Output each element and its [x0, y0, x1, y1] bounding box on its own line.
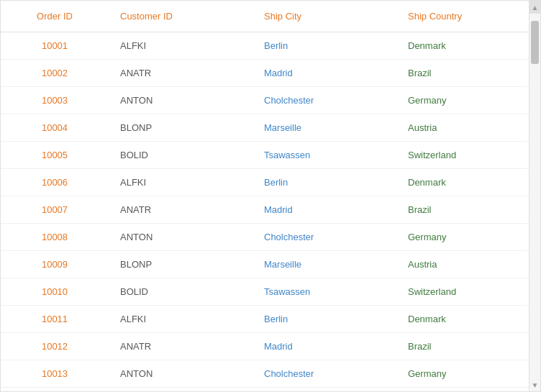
cell-ship-country: Denmark: [396, 169, 529, 196]
cell-order-id: 10011: [1, 306, 109, 333]
cell-ship-city: Berlin: [253, 306, 396, 333]
cell-customer-id: ANTON: [109, 360, 253, 388]
cell-order-id: 10008: [1, 224, 109, 251]
scroll-track[interactable]: [529, 14, 540, 378]
table-row: 10005BOLIDTsawassenSwitzerland: [1, 142, 529, 169]
table-row: 10011ALFKIBerlinDenmark: [1, 306, 529, 333]
cell-ship-city: Cholchester: [253, 87, 396, 114]
table-row: 10008ANTONCholchesterGermany: [1, 224, 529, 251]
cell-ship-city: Madrid: [253, 60, 396, 87]
cell-customer-id: BLONP: [109, 251, 253, 278]
cell-order-id: 10001: [1, 32, 109, 60]
table-row: 10001ALFKIBerlinDenmark: [1, 32, 529, 60]
table-row: 10004BLONPMarseilleAustria: [1, 114, 529, 142]
cell-ship-country: Denmark: [396, 306, 529, 333]
cell-ship-city: Marseille: [253, 114, 396, 142]
cell-ship-city: Cholchester: [253, 360, 396, 388]
cell-ship-city: Berlin: [253, 32, 396, 60]
cell-customer-id: ANTON: [109, 87, 253, 114]
cell-customer-id: ANATR: [109, 60, 253, 87]
column-header-order-id[interactable]: Order ID: [1, 1, 109, 32]
column-header-customer-id[interactable]: Customer ID: [109, 1, 253, 32]
cell-ship-country: Germany: [396, 360, 529, 388]
cell-order-id: 10003: [1, 87, 109, 114]
cell-ship-country: Switzerland: [396, 142, 529, 169]
cell-customer-id: ANTON: [109, 224, 253, 251]
cell-ship-country: Brazil: [396, 333, 529, 360]
scroll-thumb[interactable]: [531, 21, 539, 64]
table-header: Order ID Customer ID Ship City Ship Coun…: [1, 1, 529, 32]
table-container: Order ID Customer ID Ship City Ship Coun…: [0, 0, 541, 392]
cell-order-id: 10010: [1, 278, 109, 306]
cell-ship-city: Tsawassen: [253, 278, 396, 306]
table-body: 10001ALFKIBerlinDenmark10002ANATRMadridB…: [1, 32, 529, 388]
table-row: 10010BOLIDTsawassenSwitzerland: [1, 278, 529, 306]
data-table: Order ID Customer ID Ship City Ship Coun…: [1, 1, 529, 388]
cell-customer-id: ALFKI: [109, 306, 253, 333]
cell-ship-city: Madrid: [253, 333, 396, 360]
cell-customer-id: BOLID: [109, 278, 253, 306]
cell-order-id: 10013: [1, 360, 109, 388]
cell-ship-country: Germany: [396, 224, 529, 251]
cell-order-id: 10009: [1, 251, 109, 278]
table-row: 10007ANATRMadridBrazil: [1, 196, 529, 224]
cell-customer-id: ANATR: [109, 333, 253, 360]
table-row: 10009BLONPMarseilleAustria: [1, 251, 529, 278]
cell-customer-id: ALFKI: [109, 169, 253, 196]
column-header-ship-country[interactable]: Ship Country: [396, 1, 529, 32]
cell-ship-city: Cholchester: [253, 224, 396, 251]
cell-ship-city: Madrid: [253, 196, 396, 224]
cell-ship-country: Denmark: [396, 32, 529, 60]
cell-customer-id: BLONP: [109, 114, 253, 142]
cell-ship-city: Tsawassen: [253, 142, 396, 169]
table-row: 10013ANTONCholchesterGermany: [1, 360, 529, 388]
table-row: 10012ANATRMadridBrazil: [1, 333, 529, 360]
table-row: 10002ANATRMadridBrazil: [1, 60, 529, 87]
cell-ship-city: Berlin: [253, 169, 396, 196]
cell-order-id: 10002: [1, 60, 109, 87]
scrollbar[interactable]: ▲ ▼: [529, 1, 540, 391]
cell-ship-country: Switzerland: [396, 278, 529, 306]
cell-customer-id: BOLID: [109, 142, 253, 169]
scroll-up-button[interactable]: ▲: [529, 1, 541, 14]
cell-order-id: 10006: [1, 169, 109, 196]
cell-order-id: 10004: [1, 114, 109, 142]
cell-ship-city: Marseille: [253, 251, 396, 278]
cell-order-id: 10012: [1, 333, 109, 360]
cell-order-id: 10005: [1, 142, 109, 169]
cell-ship-country: Germany: [396, 87, 529, 114]
cell-customer-id: ALFKI: [109, 32, 253, 60]
cell-ship-country: Brazil: [396, 196, 529, 224]
table-row: 10006ALFKIBerlinDenmark: [1, 169, 529, 196]
table-wrapper: Order ID Customer ID Ship City Ship Coun…: [1, 1, 529, 391]
cell-ship-country: Austria: [396, 114, 529, 142]
cell-ship-country: Austria: [396, 251, 529, 278]
cell-customer-id: ANATR: [109, 196, 253, 224]
table-row: 10003ANTONCholchesterGermany: [1, 87, 529, 114]
cell-ship-country: Brazil: [396, 60, 529, 87]
cell-order-id: 10007: [1, 196, 109, 224]
column-header-ship-city[interactable]: Ship City: [253, 1, 396, 32]
scroll-down-button[interactable]: ▼: [529, 378, 541, 391]
